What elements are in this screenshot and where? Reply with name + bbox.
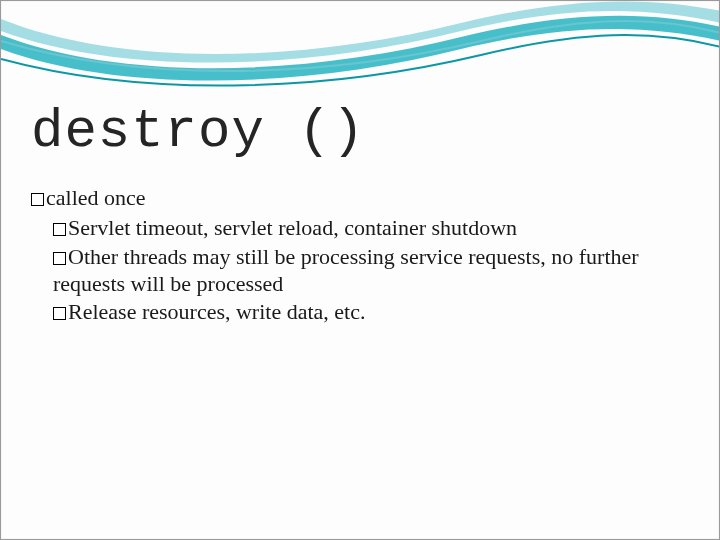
- bullet-level1: called once: [31, 185, 671, 211]
- header-wave: [1, 1, 720, 111]
- square-bullet-icon: [31, 193, 44, 206]
- bullet-level2: Servlet timeout, servlet reload, contain…: [53, 215, 671, 242]
- bullet-level2: Other threads may still be processing se…: [53, 244, 671, 298]
- square-bullet-icon: [53, 252, 66, 265]
- square-bullet-icon: [53, 307, 66, 320]
- bullet-text: Other threads may still be processing se…: [53, 244, 639, 296]
- slide-body: called once Servlet timeout, servlet rel…: [31, 185, 671, 328]
- bullet-text: Servlet timeout, servlet reload, contain…: [68, 215, 517, 240]
- square-bullet-icon: [53, 223, 66, 236]
- slide-title: destroy (): [31, 101, 365, 162]
- bullet-text: Release resources, write data, etc.: [68, 299, 365, 324]
- bullet-text: called once: [46, 185, 146, 210]
- bullet-level2: Release resources, write data, etc.: [53, 299, 671, 326]
